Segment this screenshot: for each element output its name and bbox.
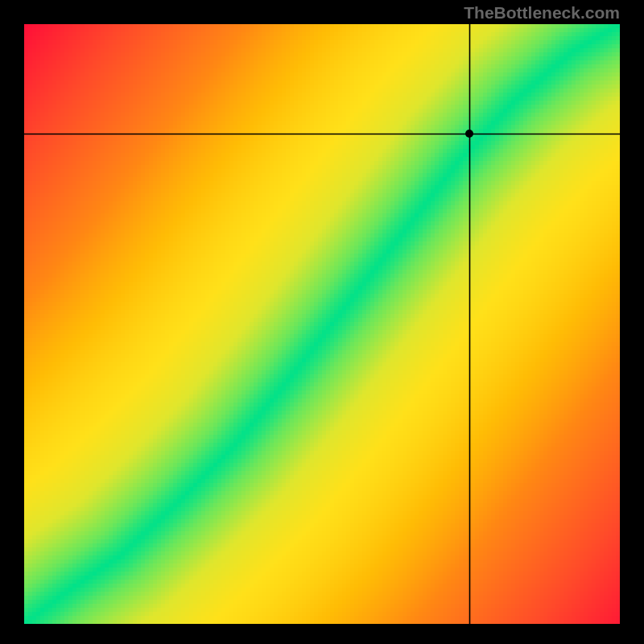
heatmap-canvas bbox=[0, 0, 644, 644]
chart-container: TheBottleneck.com bbox=[0, 0, 644, 644]
watermark-text: TheBottleneck.com bbox=[464, 3, 620, 23]
